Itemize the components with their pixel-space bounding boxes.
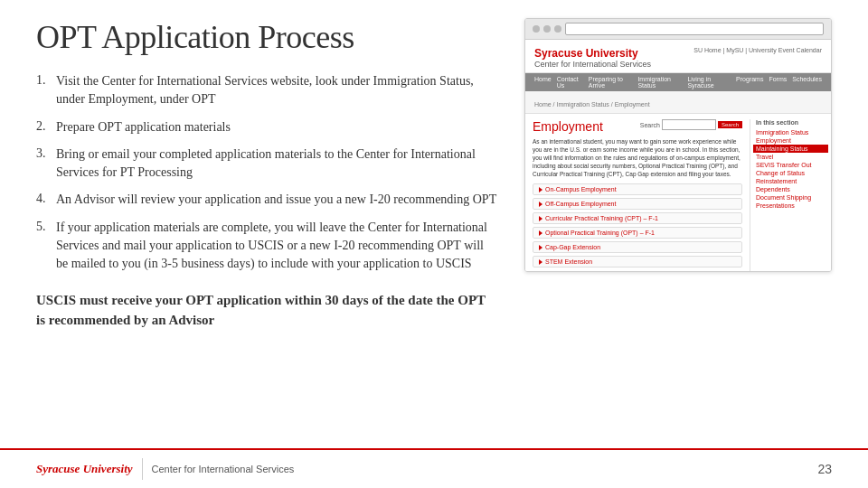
step-number: 4. [36, 191, 56, 206]
arrow-icon [539, 187, 542, 192]
step-text: If your application materials are comple… [56, 219, 497, 274]
step-item: 1. Visit the Center for International Se… [36, 72, 497, 109]
site-nav-item[interactable]: Programs [736, 76, 763, 89]
sidebar-link[interactable]: Presentations [756, 202, 826, 210]
browser-bar [525, 19, 831, 40]
site-nav-item[interactable]: Forms [769, 76, 787, 89]
site-header: Syracuse University Center for Internati… [525, 40, 831, 73]
site-main: Search Search Employment As an internati… [525, 119, 750, 271]
site-nav-item[interactable]: Preparing to Arrive [589, 76, 633, 89]
sidebar-link[interactable]: Dependents [756, 185, 826, 193]
website-content: Syracuse University Center for Internati… [525, 40, 831, 271]
search-label: Search [640, 122, 660, 128]
footer: Syracuse University Center for Internati… [0, 448, 868, 488]
footer-note: USCIS must receive your OPT application … [36, 290, 497, 331]
sidebar-link[interactable]: Document Shipping [756, 193, 826, 202]
employment-link-text: Off-Campus Employment [545, 201, 616, 207]
employment-link-text: Cap-Gap Extension [545, 244, 600, 250]
step-text: Bring or email your completed applicatio… [56, 145, 497, 183]
employment-link-item[interactable]: Cap-Gap Extension [533, 241, 742, 253]
site-nav-item[interactable]: Immigration Status [637, 76, 682, 89]
site-nav-item[interactable]: Living in Syracuse [687, 76, 731, 89]
steps-list: 1. Visit the Center for International Se… [36, 72, 497, 283]
employment-link-item[interactable]: Off-Campus Employment [533, 198, 742, 210]
step-number: 1. [36, 72, 56, 88]
sidebar-link[interactable]: Immigration Status [756, 128, 826, 136]
slide: OPT Application Process 1. Visit the Cen… [0, 0, 868, 488]
breadcrumb-text: Home / Immigration Status / Employment [534, 101, 650, 108]
arrow-icon [539, 245, 542, 250]
footer-divider [142, 458, 143, 480]
step-text: An Advisor will review your application … [56, 191, 496, 209]
browser-dot-green [554, 25, 561, 33]
step-number: 5. [36, 219, 56, 234]
site-nav-item[interactable]: Contact Us [557, 76, 583, 89]
site-nav-item[interactable]: Schedules [792, 76, 822, 89]
employment-link-text: STEM Extension [545, 258, 592, 265]
left-column: OPT Application Process 1. Visit the Cen… [36, 18, 497, 439]
step-item: 5. If your application materials are com… [36, 219, 497, 274]
step-number: 2. [36, 118, 56, 134]
employment-link-item[interactable]: On-Campus Employment [533, 183, 742, 195]
footer-left: Syracuse University Center for Internati… [36, 458, 294, 480]
site-body: Search Search Employment As an internati… [525, 114, 831, 271]
step-item: 2. Prepare OPT application materials [36, 118, 497, 136]
arrow-icon [539, 216, 542, 221]
step-item: 3. Bring or email your completed applica… [36, 145, 497, 183]
site-university-name: Syracuse University [534, 47, 651, 60]
site-nav-item[interactable]: Home [534, 76, 552, 89]
arrow-icon [539, 259, 542, 265]
search-button[interactable]: Search [718, 121, 742, 128]
sidebar-section-title: In this section [756, 119, 826, 126]
step-item: 4. An Advisor will review your applicati… [36, 191, 497, 209]
browser-dot-red [533, 25, 540, 33]
footer-logo: Syracuse University [36, 462, 133, 476]
breadcrumb-bar: Home / Immigration Status / Employment [525, 91, 831, 114]
sidebar-link[interactable]: Reinstatement [756, 177, 826, 185]
footer-center-label: Center for International Services [152, 464, 295, 474]
site-top-links: SU Home | MySU | University Event Calend… [693, 47, 822, 53]
step-text: Prepare OPT application materials [56, 118, 231, 136]
employment-link-item[interactable]: Optional Practical Training (OPT) – F-1 [533, 227, 742, 239]
sidebar-links-container: Immigration StatusEmploymentMaintaining … [756, 128, 826, 210]
right-column: Syracuse University Center for Internati… [524, 18, 832, 439]
main-content: OPT Application Process 1. Visit the Cen… [0, 0, 868, 448]
page-title: OPT Application Process [36, 18, 497, 56]
employment-link-text: On-Campus Employment [545, 186, 617, 192]
employment-link-item[interactable]: Curricular Practical Training (CPT) – F-… [533, 212, 742, 224]
site-department: Center for International Services [534, 60, 651, 69]
browser-url [565, 23, 824, 35]
employment-link-text: Optional Practical Training (OPT) – F-1 [545, 230, 655, 236]
employment-body-text: As an international student, you may wan… [533, 137, 742, 178]
sidebar-link[interactable]: Employment [756, 136, 826, 145]
step-text: Visit the Center for International Servi… [56, 72, 497, 109]
sidebar-link[interactable]: Change of Status [756, 169, 826, 177]
footer-logo-university: Syracuse University [36, 462, 133, 476]
step-number: 3. [36, 145, 56, 161]
employment-link-item[interactable]: STEM Extension [533, 256, 742, 267]
search-input[interactable] [662, 119, 716, 130]
search-bar: Search Search [640, 119, 742, 130]
footer-page-number: 23 [817, 462, 832, 476]
site-logo-area: Syracuse University Center for Internati… [534, 47, 651, 69]
sidebar-link[interactable]: Travel [756, 153, 826, 161]
browser-dot-yellow [543, 25, 551, 33]
employment-link-text: Curricular Practical Training (CPT) – F-… [545, 215, 658, 221]
arrow-icon [539, 202, 542, 207]
arrow-icon [539, 230, 542, 236]
browser-mockup: Syracuse University Center for Internati… [524, 18, 832, 272]
sidebar-link[interactable]: SEVIS Transfer Out [756, 161, 826, 169]
site-nav: HomeContact UsPreparing to ArriveImmigra… [525, 73, 831, 91]
sidebar-link[interactable]: Maintaining Status [753, 145, 828, 153]
site-sidebar: In this section Immigration StatusEmploy… [750, 119, 831, 271]
employment-links: On-Campus Employment Off-Campus Employme… [533, 183, 742, 271]
